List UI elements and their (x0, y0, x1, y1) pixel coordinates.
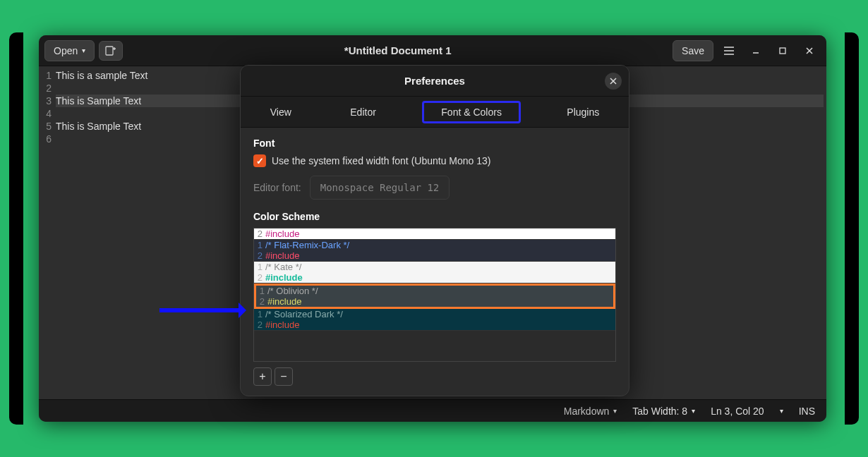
new-document-icon (105, 46, 116, 56)
tab-plugins[interactable]: Plugins (554, 101, 612, 123)
svg-rect-0 (106, 47, 113, 55)
new-tab-button[interactable] (99, 41, 123, 61)
status-tabwidth[interactable]: Tab Width: 8▾ (632, 406, 695, 417)
tab-view[interactable]: View (258, 101, 304, 123)
scheme-flat-remix-dark[interactable]: 1/* Flat-Remix-Dark */2#include (254, 240, 615, 262)
statusbar: Markdown▾ Tab Width: 8▾ Ln 3, Col 20 ▾ I… (39, 399, 826, 422)
scheme-kate[interactable]: 1/* Kate */2#include (254, 262, 615, 284)
preferences-header: Preferences (241, 66, 629, 97)
preferences-close-button[interactable] (605, 73, 622, 90)
scheme-solarized-dark[interactable]: 1/* Solarized Dark */2#include (254, 309, 615, 331)
chevron-down-icon: ▾ (82, 47, 85, 54)
close-button[interactable] (798, 41, 821, 61)
scheme-oblivion[interactable]: 1/* Oblivion */2#include (254, 284, 615, 309)
close-icon (610, 78, 617, 85)
maximize-button[interactable] (771, 41, 794, 61)
editor-font-button[interactable]: Monospace Regular 12 (310, 176, 450, 200)
scheme--white-[interactable]: 2#include (254, 228, 615, 240)
preferences-body: Font ✓ Use the system fixed width font (… (241, 128, 629, 396)
status-position: Ln 3, Col 20 (711, 406, 764, 417)
scheme-actions: + − (253, 367, 616, 386)
editor-font-label: Editor font: (253, 182, 301, 193)
font-section-label: Font (253, 138, 616, 149)
close-icon (805, 47, 814, 55)
status-mode[interactable]: INS (799, 406, 815, 417)
annotation-arrow (159, 308, 244, 312)
chevron-down-icon: ▾ (613, 407, 617, 415)
color-scheme-label: Color Scheme (253, 211, 616, 222)
chevron-down-icon: ▾ (692, 407, 695, 415)
open-button[interactable]: Open ▾ (44, 40, 95, 61)
use-system-font-label: Use the system fixed width font (Ubuntu … (272, 155, 490, 166)
preferences-title: Preferences (404, 75, 465, 87)
titlebar: Open ▾ *Untitled Document 1 Save (39, 35, 826, 66)
preferences-tabs: ViewEditorFont & ColorsPlugins (241, 97, 629, 128)
preferences-dialog: Preferences ViewEditorFont & ColorsPlugi… (240, 65, 629, 396)
maximize-icon (778, 47, 787, 55)
checkbox-checked-icon[interactable]: ✓ (253, 154, 266, 167)
chevron-down-icon[interactable]: ▾ (780, 407, 783, 415)
remove-scheme-button[interactable]: − (275, 367, 293, 386)
window-title: *Untitled Document 1 (127, 44, 668, 56)
editor-font-row: Editor font: Monospace Regular 12 (253, 176, 616, 200)
hamburger-menu-button[interactable] (718, 41, 740, 61)
status-language[interactable]: Markdown▾ (564, 406, 617, 417)
tab-font-colors[interactable]: Font & Colors (422, 101, 521, 123)
color-scheme-list[interactable]: 2#include 1/* Flat-Remix-Dark */2#includ… (253, 228, 616, 362)
save-button[interactable]: Save (673, 40, 713, 61)
line-gutter: 123456 (39, 66, 53, 399)
open-label: Open (54, 45, 78, 56)
hamburger-icon (723, 47, 735, 55)
tab-editor[interactable]: Editor (337, 101, 389, 123)
add-scheme-button[interactable]: + (253, 367, 272, 386)
svg-rect-1 (780, 48, 785, 54)
minimize-button[interactable] (745, 41, 767, 61)
use-system-font-row[interactable]: ✓ Use the system fixed width font (Ubunt… (253, 154, 616, 167)
minimize-icon (752, 47, 760, 55)
